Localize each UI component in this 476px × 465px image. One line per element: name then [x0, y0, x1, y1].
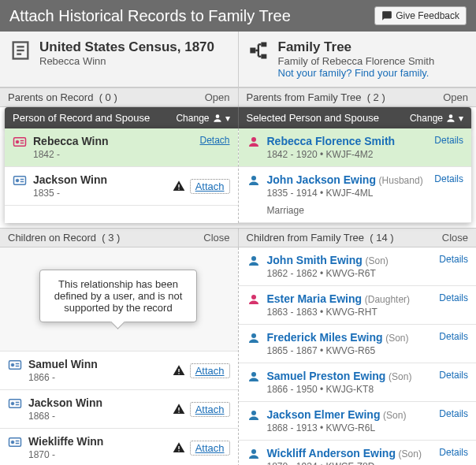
tree-spouse-rel: (Husband) [379, 175, 423, 186]
svg-rect-5 [261, 43, 266, 47]
tree-child-meta: 1865 - 1867 • KWVG-R65 [267, 345, 433, 356]
person-male-icon [247, 254, 261, 268]
svg-point-7 [215, 114, 219, 118]
children-record-count: ( 3 ) [102, 232, 120, 244]
record-card-icon [13, 135, 27, 149]
details-link[interactable]: Details [439, 447, 468, 465]
tree-child-row: Frederick Miles Ewing (Son) 1865 - 1867 … [239, 325, 477, 363]
attach-spouse-link[interactable]: Attach [190, 179, 230, 194]
svg-point-42 [251, 372, 256, 377]
svg-point-34 [11, 441, 14, 444]
tree-child-name[interactable]: Samuel Preston Ewing [267, 370, 386, 382]
svg-point-14 [16, 179, 19, 182]
tree-child-rel: (Son) [389, 371, 411, 382]
person-spouse-block: Rebecca Winn 1842 - Detach Jackson Winn … [5, 128, 471, 223]
details-link[interactable]: Details [434, 173, 463, 216]
not-your-family-link[interactable]: Not your family? Find your family. [278, 67, 435, 79]
tree-title: Family Tree [278, 39, 435, 55]
detach-link[interactable]: Detach [199, 135, 229, 146]
chevron-down-icon: ▾ [459, 113, 463, 124]
person-male-icon [247, 447, 261, 461]
warning-icon [173, 403, 185, 415]
record-person-row: Rebecca Winn 1842 - Detach [5, 128, 238, 167]
svg-point-39 [251, 256, 256, 261]
svg-rect-25 [178, 369, 179, 372]
tree-child-name[interactable]: Frederick Miles Ewing [267, 331, 383, 344]
record-card-icon [8, 435, 22, 449]
record-spouse-meta: 1835 - [33, 188, 166, 199]
record-child-name: Jackson Winn [28, 396, 166, 409]
tree-child-meta: 1870 - 1934 • KWCF-Z8D [267, 461, 433, 465]
tree-child-name[interactable]: Jackson Elmer Ewing [267, 408, 381, 421]
svg-rect-32 [178, 411, 179, 412]
change-record-person-button[interactable]: Change ▾ [176, 113, 229, 124]
person-male-icon [247, 331, 261, 345]
parents-tree-count: ( 2 ) [367, 91, 385, 103]
children-record-label: Children on Record [8, 232, 96, 244]
person-record-label: Person of Record and Spouse [13, 112, 150, 124]
give-feedback-button[interactable]: Give Feedback [374, 6, 467, 25]
children-record-toggle[interactable]: Close [203, 232, 229, 244]
tree-child-meta: 1862 - 1862 • KWVG-R6T [267, 268, 433, 279]
svg-point-40 [251, 295, 256, 299]
children-tree-toggle[interactable]: Close [442, 232, 468, 244]
details-link[interactable]: Details [439, 331, 468, 356]
warning-icon [173, 441, 185, 454]
svg-rect-17 [178, 184, 179, 188]
person-spouse-header: Person of Record and Spouse Change ▾ Sel… [5, 107, 471, 128]
record-person-name: Rebecca Winn [33, 135, 193, 147]
person-icon [445, 113, 456, 124]
tree-person-name[interactable]: Rebecca Florence Smith [267, 135, 429, 147]
details-link[interactable]: Details [439, 292, 468, 318]
tree-child-rel: (Son) [365, 255, 388, 266]
details-link[interactable]: Details [439, 370, 468, 395]
tree-child-name[interactable]: Ester Maria Ewing [267, 292, 363, 305]
record-child-meta: 1866 - [28, 372, 166, 383]
tree-child-meta: 1868 - 1913 • KWVG-R6L [267, 422, 433, 433]
record-children-column: This relationship has been defined by a … [0, 247, 239, 465]
selected-person-label: Selected Person and Spouse [247, 112, 379, 124]
tree-child-rel: (Son) [385, 333, 408, 344]
person-female-icon [247, 292, 261, 307]
tree-child-name[interactable]: Wickliff Anderson Ewing [267, 447, 396, 459]
parents-section-header: Parents on Record ( 0 ) Open Parents fro… [0, 87, 476, 107]
parents-record-label: Parents on Record [8, 91, 93, 103]
tree-child-name[interactable]: John Smith Ewing [267, 254, 363, 266]
record-child-name: Samuel Winn [28, 358, 166, 370]
tree-child-row: Samuel Preston Ewing (Son) 1866 - 1950 •… [239, 363, 477, 402]
person-female-icon [247, 135, 261, 149]
person-male-icon [247, 173, 261, 188]
children-area: This relationship has been defined by a … [0, 247, 476, 465]
details-link[interactable]: Details [439, 254, 468, 279]
tree-child-row: John Smith Ewing (Son) 1862 - 1862 • KWV… [239, 247, 477, 286]
change-label: Change [410, 113, 443, 124]
document-icon [9, 39, 32, 61]
svg-point-20 [251, 176, 256, 180]
svg-rect-38 [178, 450, 179, 451]
chevron-down-icon: ▾ [225, 113, 230, 124]
relationship-tooltip: This relationship has been defined by a … [39, 270, 197, 322]
parents-record-toggle[interactable]: Open [205, 91, 230, 103]
details-link[interactable]: Details [439, 408, 468, 433]
attach-child-link[interactable]: Attach [190, 441, 230, 456]
record-subtitle: Rebecca Winn [39, 55, 214, 67]
warning-icon [173, 180, 185, 192]
speech-bubble-icon [381, 10, 392, 21]
record-card-icon [8, 396, 22, 411]
tree-children-column: John Smith Ewing (Son) 1862 - 1862 • KWV… [239, 247, 477, 465]
svg-rect-6 [261, 54, 266, 59]
record-child-meta: 1870 - [28, 449, 166, 460]
attach-child-link[interactable]: Attach [190, 402, 230, 417]
tree-icon [248, 39, 270, 61]
svg-rect-37 [178, 446, 179, 449]
tree-child-row: Jackson Elmer Ewing (Son) 1868 - 1913 • … [239, 402, 477, 441]
details-link[interactable]: Details [434, 135, 463, 160]
feedback-label: Give Feedback [396, 10, 459, 21]
marriage-label: Marriage [267, 205, 429, 216]
change-tree-person-button[interactable]: Change ▾ [410, 113, 463, 124]
tree-subtitle: Family of Rebecca Florence Smith [278, 55, 435, 67]
attach-child-link[interactable]: Attach [190, 363, 230, 378]
parents-tree-toggle[interactable]: Open [443, 91, 468, 103]
svg-point-10 [16, 140, 19, 143]
tree-spouse-name[interactable]: John Jackson Ewing [267, 173, 376, 186]
